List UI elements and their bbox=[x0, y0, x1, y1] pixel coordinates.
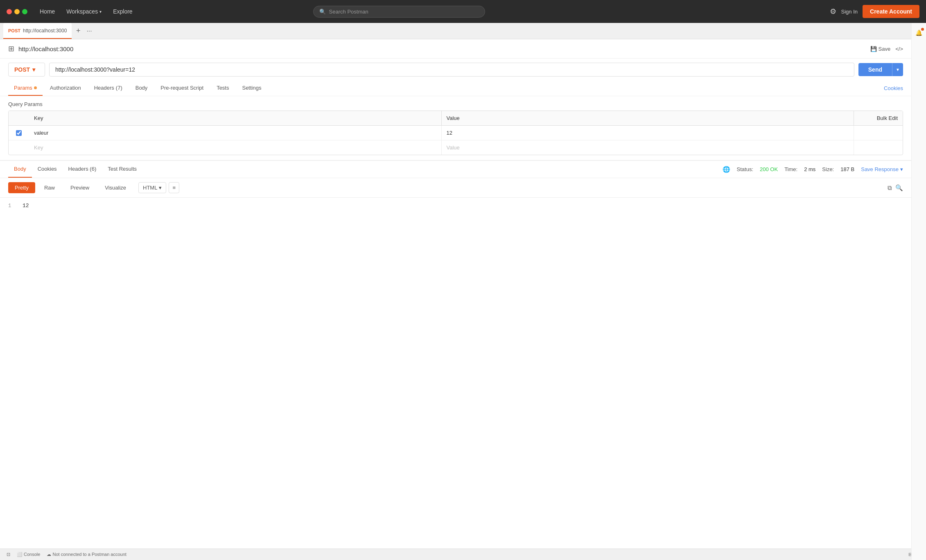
empty-table-row: Key Value bbox=[9, 140, 903, 155]
status-bar: ⊡ ⬜ Console ☁ Not connected to a Postman… bbox=[0, 549, 926, 560]
response-tab-test-results[interactable]: Test Results bbox=[102, 161, 142, 178]
method-dropdown[interactable]: POST ▾ bbox=[8, 63, 45, 77]
body-tab-preview[interactable]: Preview bbox=[64, 182, 96, 193]
row1-checkbox[interactable] bbox=[16, 130, 22, 136]
format-label: HTML bbox=[143, 185, 157, 191]
copy-button[interactable]: ⧉ bbox=[888, 184, 892, 192]
connection-status: ☁ Not connected to a Postman account bbox=[47, 552, 126, 557]
response-tabs-bar: Body Cookies Headers (6) Test Results 🌐 … bbox=[0, 161, 911, 178]
response-tab-body[interactable]: Body bbox=[8, 161, 32, 178]
tab-method-label: POST bbox=[8, 28, 20, 33]
save-response-chevron-icon: ▾ bbox=[900, 166, 903, 172]
nav-home[interactable]: Home bbox=[36, 6, 59, 17]
row1-bulk-col bbox=[854, 126, 903, 140]
table-row: valeur 12 bbox=[9, 126, 903, 140]
nav-links: Home Workspaces ▾ Explore bbox=[36, 6, 137, 17]
search-bar-text: Search Postman bbox=[329, 9, 368, 15]
empty-bulk-col bbox=[854, 140, 903, 155]
body-tab-visualize[interactable]: Visualize bbox=[98, 182, 133, 193]
cookies-link[interactable]: Cookies bbox=[884, 85, 903, 91]
method-label: POST bbox=[14, 66, 30, 73]
header-value-col: Value bbox=[441, 111, 854, 125]
line-number-1: 1 bbox=[8, 203, 11, 209]
wrap-button[interactable]: ≡ bbox=[169, 182, 179, 193]
minimize-button[interactable] bbox=[14, 9, 20, 14]
empty-key-placeholder: Key bbox=[34, 145, 43, 151]
body-tab-pretty[interactable]: Pretty bbox=[8, 182, 35, 193]
more-tabs-button[interactable]: ··· bbox=[84, 26, 94, 36]
url-input[interactable] bbox=[49, 63, 854, 77]
response-body-tabs: Pretty Raw Preview Visualize HTML ▾ ≡ ⧉ … bbox=[0, 178, 911, 198]
nav-right: ⚙ Sign In Create Account bbox=[830, 5, 919, 18]
nav-workspaces[interactable]: Workspaces ▾ bbox=[62, 6, 106, 17]
request-tab[interactable]: POST http://localhost:3000 bbox=[3, 23, 72, 39]
table-header: Key Value Bulk Edit bbox=[9, 111, 903, 126]
tab-headers[interactable]: Headers (7) bbox=[88, 81, 128, 96]
console-icon: ⬜ bbox=[17, 552, 23, 557]
row1-value: 12 bbox=[447, 130, 452, 136]
headers-badge: (7) bbox=[116, 85, 122, 91]
response-tab-cookies[interactable]: Cookies bbox=[32, 161, 63, 178]
send-button[interactable]: Send bbox=[858, 63, 892, 76]
code-button[interactable]: </> bbox=[895, 46, 903, 52]
globe-icon: 🌐 bbox=[723, 166, 730, 173]
response-status: 🌐 Status: 200 OK Time: 2 ms Size: 187 B … bbox=[723, 166, 903, 173]
nav-explore[interactable]: Explore bbox=[109, 6, 136, 17]
sign-in-button[interactable]: Sign In bbox=[841, 9, 858, 15]
tab-params[interactable]: Params bbox=[8, 81, 43, 96]
response-tab-headers[interactable]: Headers (6) bbox=[63, 161, 102, 178]
row1-key: valeur bbox=[34, 130, 48, 136]
format-dropdown[interactable]: HTML ▾ bbox=[138, 182, 166, 193]
response-line-1: 1 12 bbox=[8, 203, 903, 209]
empty-check-col bbox=[9, 140, 29, 155]
tab-settings[interactable]: Settings bbox=[236, 81, 267, 96]
format-chevron-icon: ▾ bbox=[159, 185, 162, 191]
cloud-icon: ☁ bbox=[47, 552, 51, 557]
query-params-title: Query Params bbox=[8, 96, 903, 111]
row1-key-col: valeur bbox=[29, 126, 441, 140]
tab-url-label: http://localhost:3000 bbox=[23, 28, 67, 34]
sidebar-notifications-icon[interactable]: 🔔 bbox=[912, 26, 926, 39]
params-tabs: Params Authorization Headers (7) Body Pr… bbox=[0, 81, 911, 96]
header-check-col bbox=[9, 111, 29, 125]
empty-value-col[interactable]: Value bbox=[441, 140, 854, 155]
console-link[interactable]: ⬜ Console bbox=[17, 552, 40, 557]
nav-bar: Home Workspaces ▾ Explore 🔍 Search Postm… bbox=[0, 0, 926, 23]
settings-button[interactable]: ⚙ bbox=[830, 7, 836, 16]
create-account-button[interactable]: Create Account bbox=[863, 5, 919, 18]
tab-pre-request[interactable]: Pre-request Script bbox=[155, 81, 209, 96]
body-tab-raw[interactable]: Raw bbox=[38, 182, 61, 193]
search-bar[interactable]: 🔍 Search Postman bbox=[313, 6, 485, 18]
status-bar-layout-icon[interactable]: ⊡ bbox=[7, 552, 10, 557]
search-response-button[interactable]: 🔍 bbox=[895, 184, 903, 192]
header-key-col: Key bbox=[29, 111, 441, 125]
send-button-group: Send ▾ bbox=[858, 63, 903, 76]
params-active-dot bbox=[34, 86, 37, 89]
size-value: 187 B bbox=[840, 166, 854, 172]
tab-authorization[interactable]: Authorization bbox=[44, 81, 87, 96]
response-value-1: 12 bbox=[23, 203, 29, 209]
response-actions: ⧉ 🔍 bbox=[888, 184, 903, 192]
new-tab-button[interactable]: + bbox=[72, 25, 84, 37]
empty-key-col[interactable]: Key bbox=[29, 140, 441, 155]
send-dropdown-button[interactable]: ▾ bbox=[892, 63, 903, 76]
traffic-lights bbox=[7, 9, 27, 14]
tab-bar: POST http://localhost:3000 + ··· bbox=[0, 23, 911, 39]
tab-body[interactable]: Body bbox=[130, 81, 154, 96]
maximize-button[interactable] bbox=[22, 9, 27, 14]
close-button[interactable] bbox=[7, 9, 12, 14]
tab-tests[interactable]: Tests bbox=[211, 81, 235, 96]
method-chevron-icon: ▾ bbox=[32, 66, 35, 73]
response-section: Body Cookies Headers (6) Test Results 🌐 … bbox=[0, 160, 911, 549]
row1-value-col: 12 bbox=[441, 126, 854, 140]
request-title: http://localhost:3000 bbox=[18, 45, 73, 52]
header-bulk-col[interactable]: Bulk Edit bbox=[854, 111, 903, 125]
search-icon: 🔍 bbox=[319, 9, 326, 15]
save-response-button[interactable]: Save Response ▾ bbox=[861, 166, 903, 172]
response-content: 1 12 bbox=[0, 198, 911, 549]
save-button[interactable]: 💾 Save bbox=[870, 46, 891, 52]
row1-check-col bbox=[9, 126, 29, 140]
time-label: Time: bbox=[784, 166, 797, 172]
size-label: Size: bbox=[822, 166, 834, 172]
main-content: POST http://localhost:3000 + ··· ⊞ http:… bbox=[0, 23, 911, 549]
